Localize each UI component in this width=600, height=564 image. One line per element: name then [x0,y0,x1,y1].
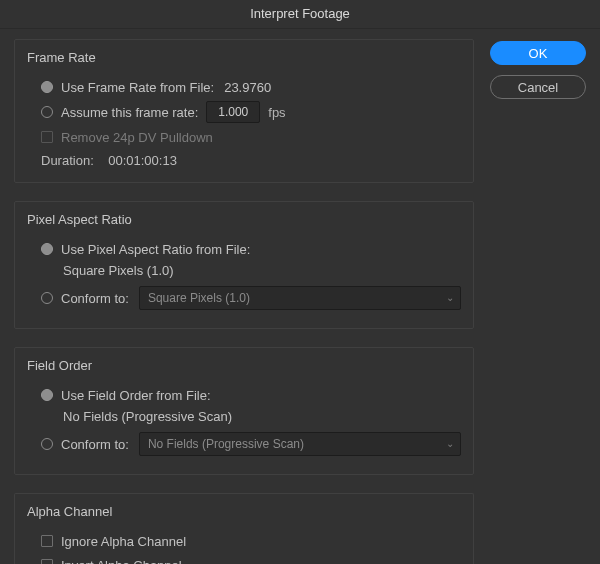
radio-par-conform-to[interactable] [41,292,53,304]
ignore-alpha-label: Ignore Alpha Channel [61,534,186,549]
field-order-conform-to-label: Conform to: [61,437,129,452]
alpha-channel-group: Alpha Channel Ignore Alpha Channel Inver… [14,493,474,564]
radio-use-frame-rate-from-file[interactable] [41,81,53,93]
ok-button[interactable]: OK [490,41,586,65]
frame-rate-group: Frame Rate Use Frame Rate from File: 23.… [14,39,474,183]
par-from-file-value: Square Pixels (1.0) [63,263,461,278]
field-order-conform-to-dropdown[interactable]: No Fields (Progressive Scan) ⌄ [139,432,461,456]
checkbox-invert-alpha[interactable] [41,559,53,564]
use-field-order-from-file-label: Use Field Order from File: [61,388,211,403]
alpha-channel-title: Alpha Channel [27,504,461,519]
field-order-conform-to-value: No Fields (Progressive Scan) [148,437,304,451]
radio-field-order-conform-to[interactable] [41,438,53,450]
field-order-from-file-value: No Fields (Progressive Scan) [63,409,461,424]
cancel-button[interactable]: Cancel [490,75,586,99]
fps-unit: fps [268,105,285,120]
par-conform-to-label: Conform to: [61,291,129,306]
duration-value: 00:01:00:13 [108,153,177,168]
assume-frame-rate-label: Assume this frame rate: [61,105,198,120]
chevron-down-icon: ⌄ [446,287,454,309]
radio-use-par-from-file[interactable] [41,243,53,255]
remove-24p-pulldown-label: Remove 24p DV Pulldown [61,130,213,145]
checkbox-ignore-alpha[interactable] [41,535,53,547]
frame-rate-from-file-value: 23.9760 [224,80,271,95]
par-conform-to-value: Square Pixels (1.0) [148,291,250,305]
radio-assume-frame-rate[interactable] [41,106,53,118]
par-conform-to-dropdown[interactable]: Square Pixels (1.0) ⌄ [139,286,461,310]
assume-frame-rate-input[interactable]: 1.000 [206,101,260,123]
use-par-from-file-label: Use Pixel Aspect Ratio from File: [61,242,250,257]
radio-use-field-order-from-file[interactable] [41,389,53,401]
pixel-aspect-group: Pixel Aspect Ratio Use Pixel Aspect Rati… [14,201,474,329]
frame-rate-title: Frame Rate [27,50,461,65]
use-frame-rate-from-file-label: Use Frame Rate from File: [61,80,214,95]
chevron-down-icon: ⌄ [446,433,454,455]
checkbox-remove-24p-pulldown [41,131,53,143]
field-order-group: Field Order Use Field Order from File: N… [14,347,474,475]
field-order-title: Field Order [27,358,461,373]
window-title: Interpret Footage [0,0,600,29]
duration-label: Duration: [41,153,94,168]
pixel-aspect-title: Pixel Aspect Ratio [27,212,461,227]
invert-alpha-label: Invert Alpha Channel [61,558,182,565]
